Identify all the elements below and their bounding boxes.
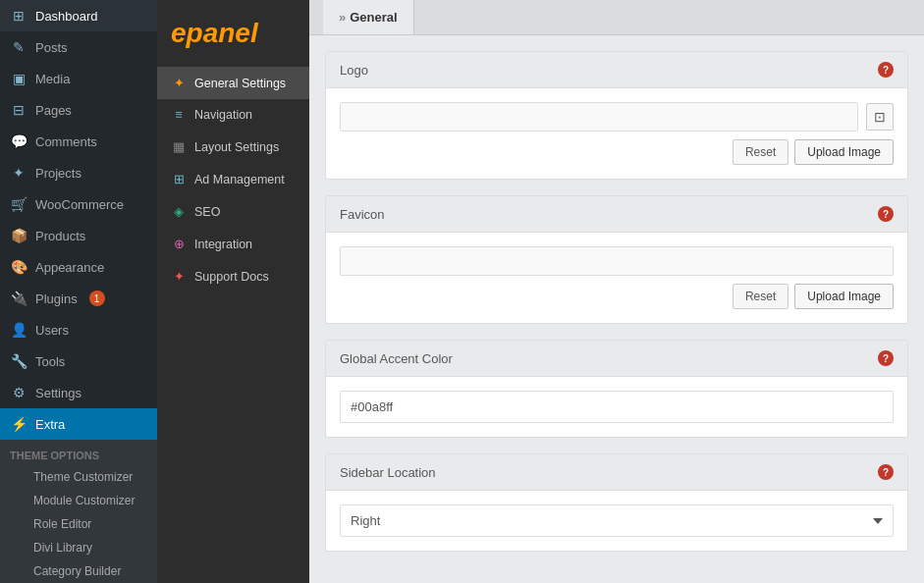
posts-icon: ✎ — [10, 39, 27, 55]
sidebar-item-extra[interactable]: ⚡ Extra — [0, 408, 157, 440]
sidebar-item-label: Tools — [35, 354, 65, 369]
epanel-sidebar: epanel ✦ General Settings ≡ Navigation ▦… — [157, 0, 309, 583]
favicon-reset-button[interactable]: Reset — [733, 284, 788, 309]
logo-section-body: ⊡ Reset Upload Image — [326, 88, 907, 179]
logo-browse-icon[interactable]: ⊡ — [866, 103, 894, 131]
global-accent-color-help-icon[interactable]: ? — [878, 350, 894, 366]
epanel-main: »General Logo ? ⊡ Reset Upload Im — [309, 0, 924, 583]
global-accent-color-body — [326, 377, 907, 437]
integration-icon: ⊕ — [171, 237, 187, 251]
submenu-category-builder[interactable]: Category Builder — [0, 559, 157, 583]
media-icon: ▣ — [10, 71, 27, 86]
sidebar-item-users[interactable]: 👤 Users — [0, 314, 157, 345]
sidebar-location-select[interactable]: Left Right — [340, 504, 894, 537]
ad-management-icon: ⊞ — [171, 172, 187, 186]
submenu-divi-library[interactable]: Divi Library — [0, 536, 157, 559]
settings-icon: ⚙ — [10, 385, 27, 400]
logo-panel: panel — [187, 18, 258, 48]
sidebar-item-label: Projects — [35, 166, 82, 181]
epanel-nav-integration[interactable]: ⊕ Integration — [157, 228, 309, 260]
epanel-logo: epanel — [157, 0, 309, 67]
sidebar-item-settings[interactable]: ⚙ Settings — [0, 377, 157, 408]
sidebar-item-label: Media — [35, 72, 70, 86]
epanel-nav-label: Ad Management — [194, 173, 285, 186]
global-accent-color-input[interactable] — [340, 391, 894, 423]
epanel-nav-label: Layout Settings — [194, 140, 279, 154]
sidebar-item-label: Extra — [35, 417, 65, 432]
sidebar-item-projects[interactable]: ✦ Projects — [0, 157, 157, 188]
favicon-btn-row: Reset Upload Image — [340, 284, 894, 309]
sidebar-item-label: Comments — [35, 134, 97, 149]
sidebar-location-help-icon[interactable]: ? — [878, 464, 894, 480]
sidebar-item-label: Users — [35, 323, 69, 338]
appearance-icon: 🎨 — [10, 259, 27, 275]
sidebar-item-dashboard[interactable]: ⊞ Dashboard — [0, 0, 157, 31]
tab-arrow-icon: » — [339, 10, 346, 25]
epanel-nav-general[interactable]: ✦ General Settings — [157, 67, 309, 99]
sidebar-item-plugins[interactable]: 🔌 Plugins 1 — [0, 283, 157, 314]
woocommerce-icon: 🛒 — [10, 196, 27, 212]
favicon-file-input[interactable] — [340, 246, 894, 276]
favicon-upload-row — [340, 246, 894, 276]
favicon-section: Favicon ? Reset Upload Image — [325, 195, 908, 324]
sidebar-item-label: Plugins — [35, 292, 78, 306]
sidebar-item-pages[interactable]: ⊟ Pages — [0, 94, 157, 126]
logo-file-input[interactable] — [340, 102, 858, 132]
logo-reset-button[interactable]: Reset — [733, 139, 788, 165]
plugins-icon: 🔌 — [10, 291, 27, 306]
epanel-nav-ad[interactable]: ⊞ Ad Management — [157, 163, 309, 195]
logo-help-icon[interactable]: ? — [878, 62, 894, 78]
epanel-nav-label: Integration — [194, 238, 252, 251]
logo-upload-button[interactable]: Upload Image — [794, 139, 894, 165]
tab-general[interactable]: »General — [323, 0, 414, 34]
sidebar-item-label: WooCommerce — [35, 197, 124, 212]
logo-section: Logo ? ⊡ Reset Upload Image — [325, 51, 908, 180]
epanel-nav-navigation[interactable]: ≡ Navigation — [157, 99, 309, 131]
epanel-nav-label: Navigation — [194, 108, 252, 122]
logo-e: e — [171, 18, 187, 48]
sidebar-location-section: Sidebar Location ? Left Right — [325, 453, 908, 552]
favicon-section-title: Favicon — [340, 207, 385, 222]
sidebar-item-media[interactable]: ▣ Media — [0, 63, 157, 94]
sidebar-item-label: Posts — [35, 40, 68, 55]
epanel-nav-layout[interactable]: ▦ Layout Settings — [157, 131, 309, 163]
sidebar-item-products[interactable]: 📦 Products — [0, 220, 157, 251]
favicon-section-body: Reset Upload Image — [326, 233, 907, 323]
layout-icon: ▦ — [171, 139, 187, 154]
navigation-icon: ≡ — [171, 108, 187, 122]
plugins-badge: 1 — [89, 291, 105, 306]
epanel-nav-seo[interactable]: ◈ SEO — [157, 195, 309, 228]
dashboard-icon: ⊞ — [10, 8, 27, 24]
logo-section-title: Logo — [340, 63, 368, 78]
sidebar-location-body: Left Right — [326, 491, 907, 551]
logo-section-header: Logo ? — [326, 52, 907, 88]
sidebar-item-appearance[interactable]: 🎨 Appearance — [0, 251, 157, 283]
favicon-upload-button[interactable]: Upload Image — [794, 284, 894, 309]
global-accent-color-title: Global Accent Color — [340, 351, 453, 366]
submenu-theme-customizer[interactable]: Theme Customizer — [0, 465, 157, 489]
support-docs-icon: ✦ — [171, 269, 187, 284]
logo-btn-row: Reset Upload Image — [340, 139, 894, 165]
sidebar-item-label: Products — [35, 229, 85, 243]
projects-icon: ✦ — [10, 165, 27, 181]
submenu-role-editor[interactable]: Role Editor — [0, 512, 157, 536]
tab-label: General — [350, 10, 397, 25]
sidebar-item-label: Dashboard — [35, 9, 98, 24]
epanel-nav-label: General Settings — [194, 77, 286, 90]
epanel-content: Logo ? ⊡ Reset Upload Image F — [309, 35, 924, 583]
sidebar-item-posts[interactable]: ✎ Posts — [0, 31, 157, 63]
sidebar-item-label: Appearance — [35, 260, 104, 275]
sidebar-item-comments[interactable]: 💬 Comments — [0, 126, 157, 157]
favicon-help-icon[interactable]: ? — [878, 206, 894, 222]
users-icon: 👤 — [10, 322, 27, 338]
epanel-nav-support[interactable]: ✦ Support Docs — [157, 260, 309, 292]
sidebar-item-tools[interactable]: 🔧 Tools — [0, 345, 157, 377]
epanel-wrapper: epanel ✦ General Settings ≡ Navigation ▦… — [157, 0, 924, 583]
logo-upload-row: ⊡ — [340, 102, 894, 132]
submenu-module-customizer[interactable]: Module Customizer — [0, 489, 157, 512]
sidebar-item-woocommerce[interactable]: 🛒 WooCommerce — [0, 188, 157, 220]
theme-options-submenu: Theme Options Theme Customizer Module Cu… — [0, 440, 157, 583]
global-accent-color-header: Global Accent Color ? — [326, 341, 907, 377]
wp-admin-sidebar: ⊞ Dashboard ✎ Posts ▣ Media ⊟ Pages 💬 Co… — [0, 0, 157, 583]
global-accent-color-section: Global Accent Color ? — [325, 340, 908, 438]
